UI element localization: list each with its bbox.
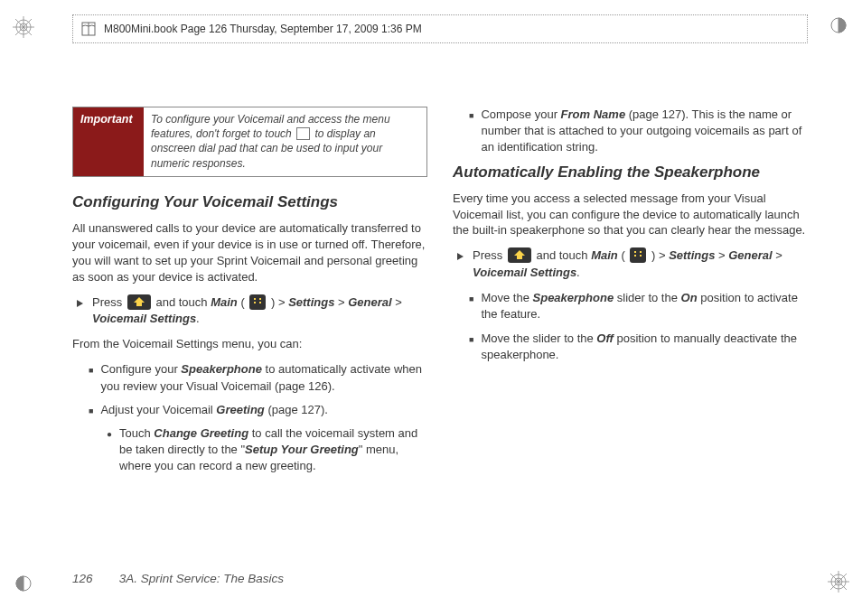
triangle-bullet-icon — [76, 294, 85, 328]
heading-configure-voicemail: Configuring Your Voicemail Settings — [72, 193, 427, 211]
square-bullet-icon: ■ — [469, 290, 473, 322]
bullet-adjust-greeting: ■ Adjust your Voicemail Greeting (page 1… — [89, 402, 427, 418]
important-callout: Important To configure your Voicemail an… — [72, 107, 427, 177]
square-bullet-icon: ■ — [89, 361, 93, 394]
important-label: Important — [73, 107, 144, 176]
bullet-move-slider-on: ■ Move the Speakerphone slider to the On… — [469, 290, 808, 322]
svg-marker-16 — [77, 300, 83, 307]
step-press-main-right: Press and touch Main ( ) > Settings > Ge… — [456, 247, 808, 281]
step-press-main: Press and touch Main ( ) > Settings > Ge… — [76, 294, 427, 328]
square-bullet-icon: ■ — [469, 331, 473, 363]
page-ornament-bottom-left — [7, 574, 40, 593]
footer-section-title: 3A. Sprint Service: The Basics — [119, 572, 284, 585]
paragraph-from-menu: From the Voicemail Settings menu, you ca… — [72, 336, 427, 352]
square-bullet-icon: ■ — [89, 402, 93, 418]
main-menu-icon — [630, 247, 646, 263]
step-body: Press and touch Main ( ) > Settings > Ge… — [473, 247, 808, 281]
heading-auto-speakerphone: Automatically Enabling the Speakerphone — [453, 163, 808, 182]
document-header-text: M800Mini.book Page 126 Thursday, Septemb… — [104, 23, 422, 35]
page-ornament-top-left — [7, 16, 40, 38]
paragraph-intro: All unanswered calls to your device are … — [72, 220, 427, 285]
paragraph-auto: Every time you access a selected message… — [453, 191, 808, 239]
bullet-configure-speakerphone: ■ Configure your Speakerphone to automat… — [89, 361, 427, 394]
document-header-box: M800Mini.book Page 126 Thursday, Septemb… — [72, 14, 808, 43]
page-ornament-top-right — [822, 16, 855, 34]
home-icon — [127, 294, 151, 310]
main-menu-icon — [249, 294, 266, 310]
page-content: M800Mini.book Page 126 Thursday, Septemb… — [72, 0, 808, 616]
right-column: ■ Compose your From Name (page 127). Thi… — [453, 107, 808, 483]
important-body: To configure your Voicemail and access t… — [144, 107, 426, 176]
book-icon — [80, 21, 97, 37]
triangle-bullet-icon — [456, 247, 465, 281]
step-body: Press and touch Main ( ) > Settings > Ge… — [92, 294, 427, 328]
bullet-move-slider-off: ■ Move the slider to the Off position to… — [469, 331, 808, 363]
dot-bullet-icon: ● — [107, 425, 112, 475]
bullet-compose-from-name: ■ Compose your From Name (page 127). Thi… — [469, 107, 808, 156]
left-column: Important To configure your Voicemail an… — [72, 107, 427, 483]
page-ornament-bottom-right — [822, 571, 855, 593]
keypad-icon — [296, 127, 310, 140]
page-number: 126 — [72, 572, 116, 585]
page-footer: 126 3A. Sprint Service: The Basics — [72, 572, 284, 585]
svg-marker-17 — [457, 253, 464, 260]
home-icon — [508, 247, 531, 263]
bullet-touch-change-greeting: ● Touch Change Greeting to call the voic… — [107, 425, 427, 475]
square-bullet-icon: ■ — [469, 107, 473, 156]
